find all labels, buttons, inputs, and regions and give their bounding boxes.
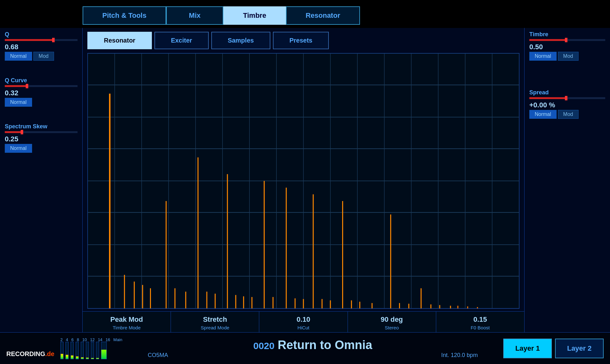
param-spread-label: Spread bbox=[529, 89, 605, 96]
param-spectrum-skew-label: Spectrum Skew bbox=[5, 123, 78, 130]
param-spectrum-skew-value: 0.25 bbox=[5, 135, 78, 143]
meter-4 bbox=[65, 342, 69, 359]
app-container: Pitch & Tools Mix Timbre Resonator Q 0.6… bbox=[0, 0, 610, 364]
param-q-label: Q bbox=[5, 31, 78, 38]
param-qcurve-label: Q Curve bbox=[5, 77, 78, 84]
stereo-value: 90 deg bbox=[351, 315, 433, 324]
hicut-cell[interactable]: 0.10 HiCut bbox=[259, 312, 348, 332]
hicut-label: HiCut bbox=[262, 325, 344, 330]
sub-tab-presets[interactable]: Presets bbox=[273, 32, 329, 49]
param-spread-normal-btn[interactable]: Normal bbox=[529, 110, 557, 119]
spectrum-display bbox=[87, 53, 519, 309]
top-nav: Pitch & Tools Mix Timbre Resonator bbox=[83, 6, 610, 25]
tab-timbre[interactable]: Timbre bbox=[223, 6, 286, 25]
spread-mode-cell[interactable]: Stretch Spread Mode bbox=[171, 312, 259, 332]
sub-tab-exciter[interactable]: Exciter bbox=[154, 32, 209, 49]
param-timbre-normal-btn[interactable]: Normal bbox=[529, 52, 557, 61]
param-spectrum-skew-modes: Normal bbox=[5, 144, 78, 153]
timbre-mode-cell[interactable]: Peak Mod Timbre Mode bbox=[83, 312, 171, 332]
sub-tabs: Resonator Exciter Samples Presets bbox=[83, 28, 524, 53]
recording-logo: RECORDING.de bbox=[6, 350, 54, 358]
param-q-mod-btn[interactable]: Mod bbox=[33, 52, 54, 61]
level-meters-area: 2 4 6 8 10 12 14 16 Main bbox=[60, 337, 122, 359]
tab-resonator[interactable]: Resonator bbox=[286, 6, 360, 25]
param-timbre-value: 0.50 bbox=[529, 43, 605, 51]
param-timbre-mod-btn[interactable]: Mod bbox=[558, 52, 579, 61]
meter-8 bbox=[76, 342, 79, 359]
param-qcurve-modes: Normal bbox=[5, 98, 78, 107]
hicut-value: 0.10 bbox=[262, 315, 344, 324]
meter-2 bbox=[60, 342, 64, 359]
sub-tab-resonator[interactable]: Resonator bbox=[87, 32, 152, 49]
layer1-button[interactable]: Layer 1 bbox=[503, 339, 552, 358]
tab-mix[interactable]: Mix bbox=[166, 6, 223, 25]
meter-6 bbox=[71, 342, 74, 359]
tab-pitch-tools[interactable]: Pitch & Tools bbox=[83, 6, 166, 25]
spectrum-grid-svg bbox=[88, 53, 519, 308]
content-area: Q 0.68 Normal Mod Q Curve 0. bbox=[0, 28, 610, 332]
meter-main bbox=[101, 342, 107, 359]
param-spread: Spread +0.00 % Normal Mod bbox=[529, 89, 605, 119]
bottom-controls: Peak Mod Timbre Mode Stretch Spread Mode… bbox=[83, 311, 524, 332]
level-meters bbox=[60, 343, 122, 359]
param-spread-modes: Normal Mod bbox=[529, 110, 605, 119]
center-panel: Resonator Exciter Samples Presets bbox=[83, 28, 524, 332]
preset-title: Return to Omnia bbox=[278, 338, 372, 352]
stereo-label: Stereo bbox=[351, 325, 433, 330]
layer-buttons: Layer 1 Layer 2 bbox=[503, 339, 604, 358]
meter-16 bbox=[96, 342, 99, 359]
param-qcurve-value: 0.32 bbox=[5, 89, 78, 97]
param-qcurve-slider[interactable] bbox=[5, 85, 78, 87]
param-spectrum-skew-normal-btn[interactable]: Normal bbox=[5, 144, 32, 153]
param-timbre-modes: Normal Mod bbox=[529, 52, 605, 61]
param-qcurve-normal-btn[interactable]: Normal bbox=[5, 98, 32, 107]
param-timbre: Timbre 0.50 Normal Mod bbox=[529, 31, 605, 61]
f0boost-label: F0 Boost bbox=[439, 325, 521, 330]
meter-14 bbox=[91, 342, 94, 359]
param-spectrum-skew: Spectrum Skew 0.25 Normal bbox=[5, 123, 78, 153]
timbre-mode-label: Timbre Mode bbox=[86, 325, 167, 330]
spread-mode-label: Spread Mode bbox=[174, 325, 256, 330]
stereo-cell[interactable]: 90 deg Stereo bbox=[348, 312, 436, 332]
param-q-slider[interactable] bbox=[5, 39, 78, 41]
meter-10 bbox=[81, 342, 84, 359]
param-spectrum-skew-slider[interactable] bbox=[5, 131, 78, 133]
preset-author: CO5MA bbox=[148, 352, 168, 359]
param-spread-value: +0.00 % bbox=[529, 101, 605, 109]
f0boost-cell[interactable]: 0.15 F0 Boost bbox=[436, 312, 524, 332]
param-timbre-slider[interactable] bbox=[529, 39, 605, 41]
param-q-modes: Normal Mod bbox=[5, 52, 78, 61]
preset-number: 0020 bbox=[253, 340, 274, 351]
param-spread-slider[interactable] bbox=[529, 97, 605, 99]
meter-12 bbox=[86, 342, 89, 359]
footer: RECORDING.de 2 4 6 8 10 12 14 16 Main bbox=[0, 332, 610, 364]
param-q-value: 0.68 bbox=[5, 43, 78, 51]
param-q-normal-btn[interactable]: Normal bbox=[5, 52, 32, 61]
right-panel: Timbre 0.50 Normal Mod Spread bbox=[524, 28, 610, 332]
sub-tab-samples[interactable]: Samples bbox=[211, 32, 270, 49]
level-labels: 2 4 6 8 10 12 14 16 Main bbox=[60, 337, 122, 342]
timbre-mode-value: Peak Mod bbox=[86, 315, 167, 324]
preset-info: 0020 Return to Omnia CO5MA Int. 120.0 bp… bbox=[129, 338, 497, 359]
param-spread-mod-btn[interactable]: Mod bbox=[558, 110, 579, 119]
f0boost-value: 0.15 bbox=[439, 315, 521, 324]
spread-mode-value: Stretch bbox=[174, 315, 256, 324]
left-panel: Q 0.68 Normal Mod Q Curve 0. bbox=[0, 28, 83, 332]
param-qcurve: Q Curve 0.32 Normal bbox=[5, 77, 78, 107]
preset-bpm: Int. 120.0 bpm bbox=[441, 352, 478, 359]
param-timbre-label: Timbre bbox=[529, 31, 605, 38]
layer2-button[interactable]: Layer 2 bbox=[555, 339, 604, 358]
param-q: Q 0.68 Normal Mod bbox=[5, 31, 78, 61]
